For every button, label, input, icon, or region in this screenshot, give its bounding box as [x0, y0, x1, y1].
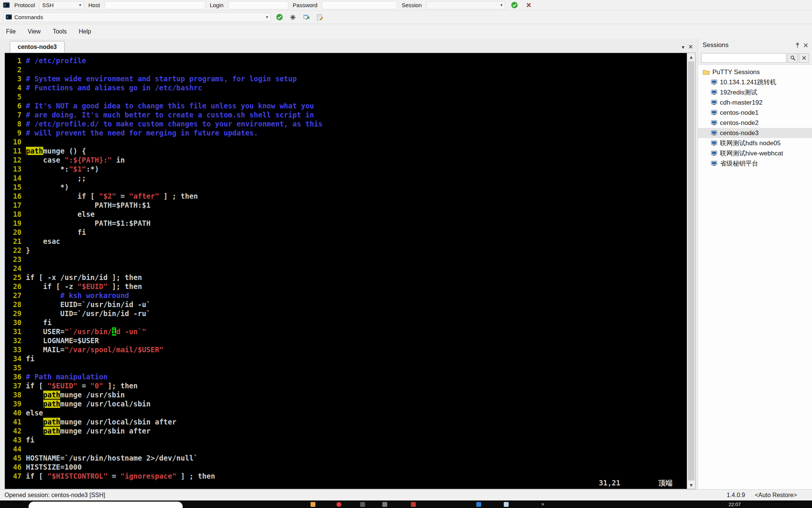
- terminal-line: 13 *:"$1":*): [9, 164, 687, 173]
- asterisk-icon: [290, 14, 296, 20]
- filter-clear-button[interactable]: [799, 53, 809, 63]
- terminal-line: 24: [9, 264, 687, 273]
- session-item-label: 10.134.1.241跳转机: [720, 78, 776, 87]
- terminal-line: 46HISTSIZE=1000: [9, 462, 687, 471]
- terminal-line: 10: [9, 137, 687, 146]
- check-circle-icon: [511, 2, 518, 9]
- taskbar-app-icon[interactable]: [311, 502, 315, 507]
- sessions-panel-title: Sessions: [703, 41, 729, 49]
- line-number: 39: [9, 399, 21, 408]
- tab-centos-node3[interactable]: centos-node3: [10, 41, 65, 53]
- chevron-down-icon: ▾: [266, 15, 268, 20]
- taskbar-app-icon[interactable]: [382, 502, 387, 507]
- password-label: Password: [293, 2, 318, 8]
- detach-window-button[interactable]: [301, 12, 311, 22]
- session-item[interactable]: centos-node2: [698, 118, 812, 128]
- terminal-line: 29 UID=`/usr/bin/id -ru`: [9, 309, 687, 318]
- sessions-root-folder[interactable]: PuTTY Sessions: [698, 67, 812, 77]
- tab-list-dropdown[interactable]: ▾: [682, 44, 685, 50]
- cancel-button[interactable]: [524, 0, 534, 10]
- line-number: 43: [9, 435, 21, 444]
- line-number: 21: [9, 237, 21, 246]
- menu-tools[interactable]: Tools: [47, 24, 73, 39]
- chevron-down-icon: ▾: [79, 3, 82, 8]
- tab-close-button[interactable]: ✕: [688, 43, 693, 50]
- pin-icon[interactable]: [795, 42, 800, 48]
- run-command-button[interactable]: [274, 12, 284, 22]
- terminal-icon: [711, 100, 717, 105]
- line-number: 34: [9, 354, 21, 363]
- terminal-icon: [711, 90, 717, 95]
- edit-script-button[interactable]: [315, 12, 325, 22]
- scroll-down-icon[interactable]: ▼: [687, 481, 695, 489]
- session-label: Session: [401, 2, 421, 8]
- session-select[interactable]: ▾: [426, 1, 505, 9]
- line-number: 23: [9, 255, 21, 264]
- session-item[interactable]: centos-node3: [698, 128, 812, 138]
- terminal[interactable]: 1# /etc/profile23# System wide environme…: [5, 53, 687, 489]
- line-number: 29: [9, 309, 21, 318]
- line-number: 27: [9, 291, 21, 300]
- session-item[interactable]: 192redis测试: [698, 87, 812, 97]
- login-input[interactable]: [228, 1, 288, 9]
- menu-file[interactable]: File: [0, 24, 22, 39]
- session-item[interactable]: cdh-master192: [698, 97, 812, 108]
- filter-search-button[interactable]: [788, 53, 798, 63]
- session-item[interactable]: 联网测试hive-webhcat: [698, 148, 812, 158]
- taskbar-clock[interactable]: 22:07: [729, 502, 741, 507]
- broadcast-button[interactable]: [288, 12, 298, 22]
- terminal-line: 44: [9, 444, 687, 453]
- chevron-down-icon: ▾: [500, 3, 503, 8]
- windows-taskbar: » 22:07: [0, 500, 812, 508]
- taskbar-overflow-chevron[interactable]: »: [541, 501, 544, 507]
- terminal-line: 12 case ":${PATH}:" in: [9, 155, 687, 164]
- taskbar-app-icon[interactable]: [360, 502, 365, 507]
- terminal-line: 4# Functions and aliases go in /etc/bash…: [9, 83, 687, 92]
- session-item[interactable]: centos-node1: [698, 108, 812, 118]
- protocol-label: Protocol: [14, 2, 35, 8]
- menu-view[interactable]: View: [22, 24, 47, 39]
- line-number: 19: [9, 219, 21, 228]
- line-number: 38: [9, 390, 21, 399]
- commands-combo[interactable]: Commands ▾: [3, 12, 271, 22]
- connect-button[interactable]: [510, 0, 520, 10]
- terminal-line: 16 if [ "$2" = "after" ] ; then: [9, 192, 687, 201]
- session-filter-input[interactable]: [701, 53, 786, 63]
- session-item[interactable]: 联网测试hdfs node05: [698, 138, 812, 148]
- taskbar-app-icon[interactable]: [336, 502, 341, 507]
- taskbar-search-box[interactable]: [29, 502, 183, 508]
- terminal-line: 22}: [9, 246, 687, 255]
- terminal-line: 43fi: [9, 435, 687, 444]
- taskbar-app-icon[interactable]: [411, 502, 416, 507]
- menu-help[interactable]: Help: [73, 24, 97, 39]
- protocol-value: SSH: [42, 2, 54, 8]
- taskbar-app-icon[interactable]: [476, 502, 481, 507]
- line-number: 7: [9, 110, 21, 119]
- terminal-line: 17 PATH=$PATH:$1: [9, 201, 687, 210]
- line-number: 8: [9, 119, 21, 128]
- terminal-line: 15 *): [9, 183, 687, 192]
- search-icon: [790, 55, 795, 61]
- line-number: 20: [9, 228, 21, 237]
- close-panel-icon[interactable]: [803, 43, 808, 48]
- session-item-label: cdh-master192: [720, 99, 762, 106]
- terminal-icon: [711, 120, 717, 126]
- scrollbar-thumb[interactable]: [687, 61, 695, 481]
- taskbar-app-icon[interactable]: [504, 502, 509, 507]
- protocol-select[interactable]: SSH ▾: [39, 1, 84, 9]
- password-input[interactable]: [322, 1, 397, 9]
- terminal-scrollbar[interactable]: ▲ ▼: [687, 53, 695, 489]
- menubar: File View Tools Help: [0, 24, 812, 39]
- session-item[interactable]: 省级秘钥平台: [698, 158, 812, 169]
- vim-ruler: 31,21 顶端: [5, 478, 687, 487]
- line-number: 45: [9, 453, 21, 462]
- host-input[interactable]: [105, 1, 205, 9]
- terminal-line: 28 EUID=`/usr/bin/id -u`: [9, 300, 687, 309]
- session-item-label: 省级秘钥平台: [720, 159, 758, 168]
- terminal-line: 41 pathmunge /usr/local/sbin after: [9, 417, 687, 426]
- terminal-line: 19 PATH=$1:$PATH: [9, 219, 687, 228]
- window-arrow-icon: [303, 14, 310, 21]
- session-item[interactable]: 10.134.1.241跳转机: [698, 77, 812, 87]
- line-number: 15: [9, 183, 21, 192]
- scroll-up-icon[interactable]: ▲: [687, 53, 695, 61]
